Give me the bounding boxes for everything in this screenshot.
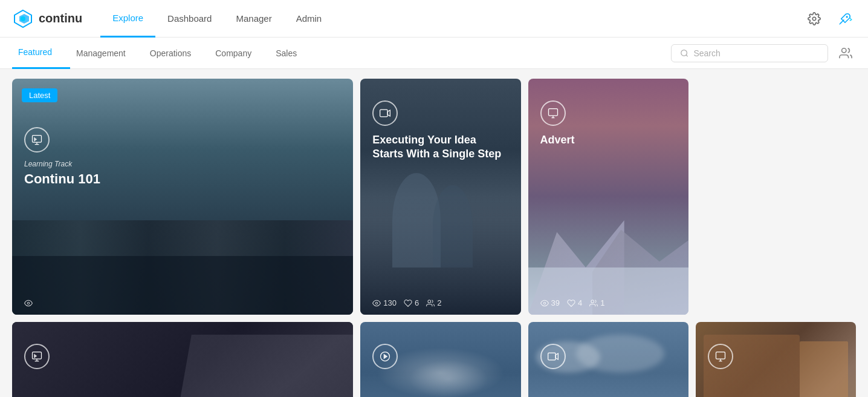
card-content: Learning Track Continu 101 — [12, 79, 353, 315]
svg-point-8 — [376, 302, 378, 304]
enrollments-count-3: 1 — [600, 298, 604, 307]
users-icon — [839, 47, 852, 60]
users-icon-3 — [589, 299, 598, 307]
card-icon-circle-b4 — [708, 344, 733, 369]
video-icon-b3 — [547, 350, 559, 363]
sub-nav-item-management[interactable]: Management — [70, 38, 144, 69]
views-count-2: 130 — [383, 298, 397, 307]
svg-rect-15 — [548, 353, 555, 360]
sub-nav-item-sales[interactable]: Sales — [270, 38, 315, 69]
svg-rect-10 — [548, 109, 557, 116]
search-input[interactable] — [693, 48, 819, 58]
nav-item-dashboard[interactable]: Dashboard — [155, 0, 224, 38]
eye-icon-3 — [540, 299, 549, 307]
users-button[interactable] — [835, 43, 856, 64]
svg-point-1 — [812, 17, 816, 21]
launch-button[interactable] — [834, 8, 856, 30]
svg-point-12 — [591, 300, 594, 303]
card-icon-circle-3 — [540, 100, 566, 126]
sub-nav: Featured Management Operations Company S… — [0, 38, 868, 69]
svg-rect-13 — [33, 352, 42, 359]
card-likes-3: 4 — [567, 298, 582, 307]
rocket-icon — [837, 10, 853, 27]
svg-rect-5 — [33, 136, 42, 143]
settings-button[interactable] — [804, 8, 824, 29]
card-icon-circle-2 — [372, 100, 398, 126]
play-icon-b2 — [379, 350, 391, 363]
svg-point-4 — [842, 48, 846, 52]
card-label: Learning Track — [24, 160, 341, 168]
app-header: continu Explore Dashboard Manager Admin — [0, 0, 868, 38]
cards-grid: Latest Learning Track Continu 101 — [12, 79, 856, 397]
card-content-b1 — [12, 322, 353, 397]
course-icon — [547, 107, 559, 119]
gear-icon — [808, 12, 821, 25]
views-count-3: 39 — [551, 298, 560, 307]
enrollments-count-2: 2 — [437, 298, 441, 307]
card-icon-circle-b3 — [540, 344, 566, 369]
card-views — [24, 299, 33, 307]
card-advert[interactable]: Advert 39 4 1 — [528, 79, 688, 315]
track-icon-b1 — [31, 350, 43, 363]
card-title: Continu 101 — [24, 171, 341, 188]
latest-badge: Latest — [22, 88, 57, 102]
svg-point-3 — [681, 50, 687, 56]
card-footer — [24, 299, 33, 307]
card-executing-idea[interactable]: Executing Your Idea Starts With a Single… — [360, 79, 520, 315]
users-icon-2 — [426, 299, 435, 307]
card-enrollments-3: 1 — [589, 298, 604, 307]
card-likes-2: 6 — [404, 298, 419, 307]
eye-icon — [24, 299, 33, 307]
sub-nav-item-operations[interactable]: Operations — [144, 38, 209, 69]
card-footer-2: 130 6 2 — [372, 298, 441, 307]
card-icon-circle-b2 — [372, 344, 398, 369]
search-box[interactable] — [671, 44, 828, 62]
card-bottom-4[interactable] — [696, 322, 856, 397]
sub-nav-item-featured[interactable]: Featured — [12, 38, 70, 69]
card-views-3: 39 — [540, 298, 560, 307]
continu-logo-icon — [12, 8, 34, 30]
card-footer-3: 39 4 1 — [540, 298, 605, 307]
card-icon-circle-b1 — [24, 344, 50, 369]
course-icon-b4 — [714, 350, 727, 363]
main-content: Latest Learning Track Continu 101 — [0, 69, 868, 397]
sub-nav-right — [671, 43, 856, 64]
card-featured-large[interactable]: Latest Learning Track Continu 101 — [12, 79, 353, 315]
svg-rect-16 — [716, 352, 725, 359]
eye-icon-2 — [372, 299, 381, 307]
sub-nav-item-company[interactable]: Company — [209, 38, 270, 69]
card-title-2: Executing Your Idea Starts With a Single… — [372, 133, 508, 162]
search-icon — [680, 48, 688, 58]
card-content-2: Executing Your Idea Starts With a Single… — [360, 79, 520, 315]
video-icon — [379, 107, 391, 119]
likes-count-2: 6 — [415, 298, 419, 307]
card-enrollments-2: 2 — [426, 298, 441, 307]
nav-item-explore[interactable]: Explore — [100, 0, 155, 38]
card-bottom-2[interactable] — [360, 322, 520, 397]
svg-point-11 — [543, 302, 546, 304]
nav-item-manager[interactable]: Manager — [224, 0, 283, 38]
nav-item-admin[interactable]: Admin — [284, 0, 334, 38]
card-content-b4 — [696, 322, 856, 397]
svg-point-6 — [27, 302, 30, 304]
likes-count-3: 4 — [578, 298, 582, 307]
svg-point-0 — [21, 16, 25, 21]
svg-point-2 — [846, 16, 848, 18]
card-content-3: Advert — [528, 79, 688, 315]
track-icon — [31, 134, 43, 146]
heart-icon-2 — [404, 299, 412, 307]
card-content-b2 — [360, 322, 520, 397]
logo-text: continu — [39, 11, 82, 25]
logo-area[interactable]: continu — [12, 8, 82, 30]
svg-rect-7 — [380, 110, 388, 117]
card-icon-circle — [24, 127, 50, 153]
card-bottom-3[interactable] — [528, 322, 688, 397]
card-views-2: 130 — [372, 298, 397, 307]
card-bottom-1[interactable] — [12, 322, 353, 397]
card-content-b3 — [528, 322, 688, 397]
heart-icon-3 — [567, 299, 575, 307]
main-nav: Explore Dashboard Manager Admin — [100, 0, 804, 38]
header-right — [804, 8, 856, 30]
svg-point-9 — [428, 300, 431, 303]
card-title-3: Advert — [540, 133, 676, 147]
